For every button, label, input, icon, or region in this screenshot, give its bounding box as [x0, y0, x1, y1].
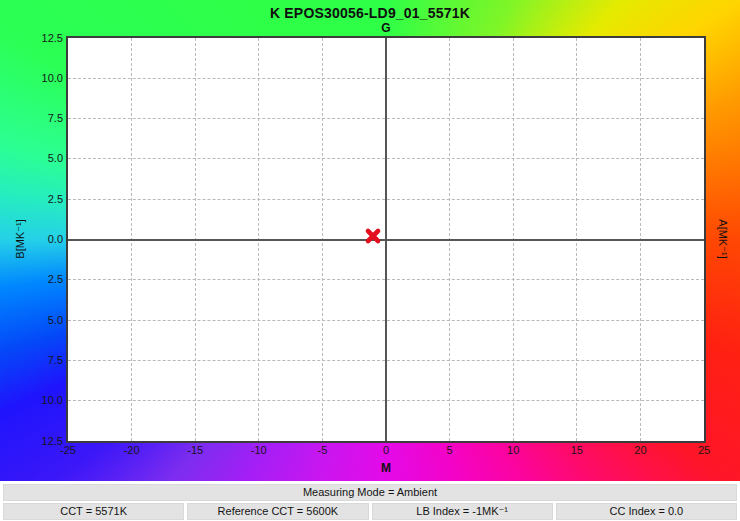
- color-meter-screen: K EPOS30056-LD9_01_5571K G -25-20-15-10-…: [0, 0, 740, 521]
- cc-index-readout: CC Index = 0.0: [556, 503, 737, 520]
- lb-index-readout: LB Index = -1MK⁻¹: [372, 503, 553, 520]
- plot-area: [66, 36, 706, 443]
- reference-cct-readout: Reference CCT = 5600K: [187, 503, 368, 520]
- chart-title: K EPOS30056-LD9_01_5571K: [0, 5, 740, 21]
- magenta-axis-label: M: [381, 461, 391, 475]
- cct-readout: CCT = 5571K: [3, 503, 184, 520]
- green-axis-label: G: [381, 21, 390, 35]
- blue-axis-label: B[MK⁻¹]: [14, 219, 27, 258]
- amber-axis-label: A[MK⁻¹]: [716, 219, 729, 258]
- status-readout-row: CCT = 5571K Reference CCT = 5600K LB Ind…: [3, 503, 737, 520]
- measuring-mode-bar: Measuring Mode = Ambient: [3, 484, 737, 501]
